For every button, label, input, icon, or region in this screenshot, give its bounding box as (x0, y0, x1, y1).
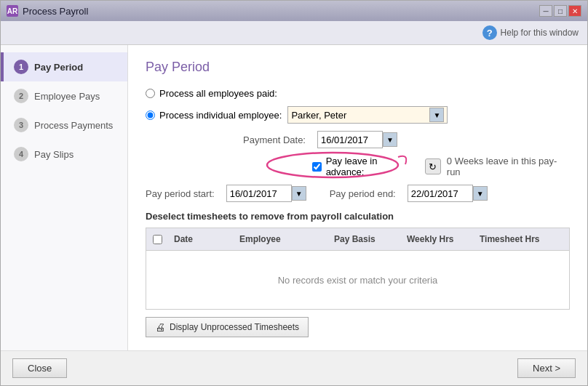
close-button[interactable]: Close (12, 358, 67, 378)
pay-leave-checkbox[interactable] (312, 162, 322, 172)
app-icon: AR (7, 5, 18, 17)
employee-dropdown[interactable]: ▼ (287, 106, 448, 124)
help-icon: ? (482, 25, 497, 40)
step-3-num: 3 (14, 118, 28, 132)
radio-individual-label[interactable]: Process individual employee: (146, 110, 282, 121)
deselect-title: Deselect timesheets to remove from payro… (146, 211, 570, 222)
payment-date-label: Payment Date: (146, 134, 306, 145)
sidebar-item-pay-period[interactable]: 1 Pay Period (1, 52, 127, 81)
leave-weeks-text: 0 Weeks leave in this pay-run (447, 156, 570, 177)
pay-period-end-input[interactable] (411, 188, 469, 199)
minimize-button[interactable]: ─ (539, 5, 552, 17)
table-body-empty: No records exist or match your criteria (146, 251, 569, 309)
step-2-num: 2 (14, 89, 28, 103)
pay-period-start-field[interactable] (226, 185, 292, 202)
footer: Close Next > (1, 350, 587, 385)
step-4-num: 4 (14, 147, 28, 161)
next-button[interactable]: Next > (517, 358, 576, 378)
payment-date-field[interactable] (317, 131, 383, 148)
sidebar-item-employee-pays[interactable]: 2 Employee Pays (1, 81, 127, 110)
timesheets-table: Date Employee Pay Basis Weekly Hrs Times… (146, 228, 570, 310)
content-area: 1 Pay Period 2 Employee Pays 3 Process P… (1, 45, 587, 350)
title-bar: AR Process Payroll ─ □ ✕ (1, 1, 587, 21)
sidebar-item-process-payments-label: Process Payments (34, 120, 113, 131)
table-header: Date Employee Pay Basis Weekly Hrs Times… (146, 228, 569, 251)
main-window: AR Process Payroll ─ □ ✕ ? Help for this… (0, 0, 588, 386)
main-panel: Pay Period Process all employees paid: P… (128, 45, 587, 350)
window-close-button[interactable]: ✕ (568, 5, 581, 17)
radio-individual-employee[interactable] (146, 110, 155, 120)
pay-leave-checkbox-label[interactable]: Pay leave in advance: (312, 156, 418, 177)
refresh-button[interactable]: ↻ (425, 158, 441, 174)
pay-period-end-label: Pay period end: (330, 188, 396, 199)
sidebar-item-employee-pays-label: Employee Pays (34, 91, 100, 102)
sidebar: 1 Pay Period 2 Employee Pays 3 Process P… (1, 45, 128, 350)
sidebar-item-pay-period-label: Pay Period (34, 62, 83, 73)
col-date: Date (168, 231, 234, 247)
col-timesheet-hrs: Timesheet Hrs (474, 231, 561, 247)
payment-date-input[interactable] (321, 134, 379, 145)
col-pay-basis: Pay Basis (328, 231, 401, 247)
step-1-num: 1 (14, 60, 28, 74)
payment-date-row: Payment Date: ▼ (146, 131, 570, 148)
help-button[interactable]: ? Help for this window (482, 25, 579, 40)
pay-period-end-field[interactable] (408, 185, 473, 202)
radio-all-row: Process all employees paid: (146, 88, 570, 99)
window-title: Process Payroll (23, 6, 88, 17)
sidebar-item-process-payments[interactable]: 3 Process Payments (1, 110, 127, 140)
display-timesheets-button[interactable]: 🖨 Display Unprocessed Timesheets (146, 317, 309, 337)
toolbar: ? Help for this window (1, 21, 587, 45)
radio-all-employees[interactable] (146, 89, 155, 98)
printer-icon: 🖨 (155, 321, 165, 333)
radio-individual-row: Process individual employee: ▼ (146, 106, 570, 124)
col-weekly-hrs: Weekly Hrs (401, 231, 474, 247)
employee-dropdown-arrow[interactable]: ▼ (429, 108, 444, 122)
maximize-button[interactable]: □ (554, 5, 567, 17)
payment-date-arrow[interactable]: ▼ (383, 132, 397, 147)
col-employee: Employee (234, 231, 328, 247)
pay-period-start-label: Pay period start: (146, 188, 215, 199)
pay-period-end-arrow[interactable]: ▼ (473, 186, 488, 201)
pay-period-row: Pay period start: ▼ Pay period end: ▼ (146, 185, 570, 202)
section-title: Pay Period (146, 60, 570, 75)
select-all-checkbox[interactable] (153, 235, 162, 244)
pay-leave-row: Pay leave in advance: ↻ 0 Weeks leave in… (146, 156, 570, 177)
pay-period-start-input[interactable] (230, 188, 288, 199)
pay-period-start-arrow[interactable]: ▼ (292, 186, 306, 201)
col-checkbox (146, 231, 168, 247)
radio-all-label[interactable]: Process all employees paid: (146, 88, 277, 99)
sidebar-item-pay-slips[interactable]: 4 Pay Slips (1, 140, 127, 169)
employee-input[interactable] (291, 110, 429, 121)
sidebar-item-pay-slips-label: Pay Slips (34, 149, 74, 160)
